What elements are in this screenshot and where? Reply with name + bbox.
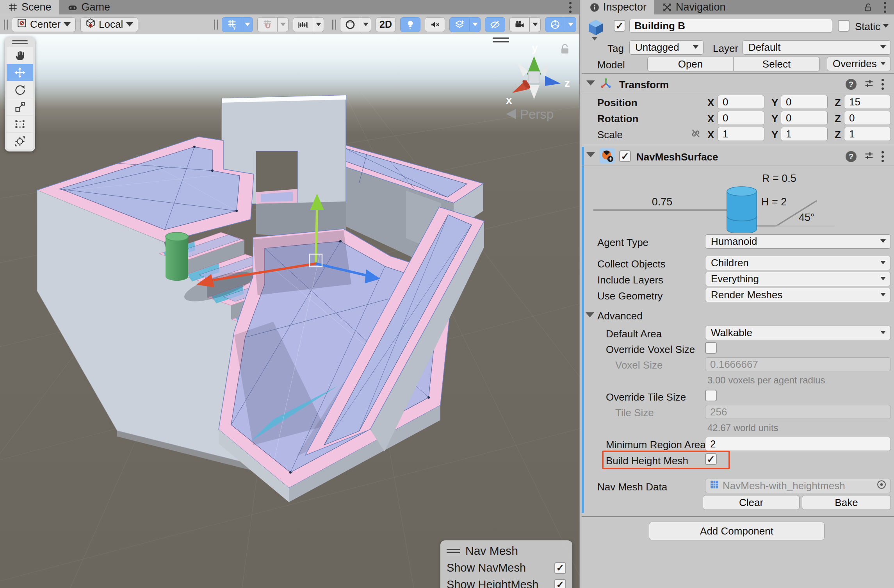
scene-tab-menu-icon[interactable] <box>569 0 572 14</box>
audio-toggle-button[interactable] <box>425 17 445 32</box>
gameobject-active-checkbox[interactable] <box>614 20 625 32</box>
bake-button[interactable]: Bake <box>802 495 891 510</box>
show-navmesh-checkbox[interactable] <box>554 562 566 574</box>
rotation-x-field[interactable]: 0 <box>718 111 764 125</box>
measure-button[interactable] <box>293 17 313 32</box>
effects-toggle-button[interactable] <box>449 17 470 32</box>
legend-drag-handle[interactable] <box>447 549 460 553</box>
agent-type-dropdown[interactable]: Humanoid <box>705 234 891 249</box>
transform-tool-button[interactable] <box>7 133 33 150</box>
static-checkbox[interactable] <box>838 20 849 32</box>
position-x-field[interactable]: 0 <box>718 95 764 109</box>
tools-overlay-handle[interactable] <box>7 39 33 45</box>
tag-dropdown[interactable]: Untagged <box>629 40 703 55</box>
rotation-z-field[interactable]: 0 <box>844 111 891 125</box>
effects-dropdown[interactable] <box>470 17 481 32</box>
navmesh-legend-overlay: Nav Mesh Show NavMesh Show HeightMesh <box>440 540 572 588</box>
model-select-button[interactable]: Select <box>734 57 820 71</box>
include-layers-dropdown[interactable]: Everything <box>705 272 891 286</box>
view-tool-button[interactable] <box>7 47 33 64</box>
advanced-foldout[interactable] <box>586 312 594 317</box>
scene-viewport[interactable]: y x z Persp <box>0 34 579 588</box>
measure-options-dropdown[interactable] <box>313 17 324 32</box>
default-area-label: Default Area <box>606 328 662 340</box>
model-open-button[interactable]: Open <box>647 57 734 71</box>
prefab-icon[interactable] <box>586 18 605 39</box>
navmesh-menu-icon[interactable] <box>882 151 885 162</box>
scale-tool-button[interactable] <box>7 98 33 115</box>
show-heightmesh-checkbox[interactable] <box>554 579 566 588</box>
persp-label: Persp <box>520 107 554 121</box>
collect-objects-dropdown[interactable]: Children <box>705 256 891 270</box>
rotate-icon <box>14 84 26 96</box>
position-z-field[interactable]: 15 <box>844 95 891 109</box>
clear-button[interactable]: Clear <box>703 495 800 510</box>
toolbar-drag-handle[interactable] <box>3 20 9 30</box>
gamepad-icon <box>67 2 78 13</box>
rotate-tool-button[interactable] <box>7 81 33 98</box>
tab-game[interactable]: Game <box>59 0 118 14</box>
override-tile-checkbox[interactable] <box>705 390 717 401</box>
tools-overlay <box>5 37 35 151</box>
static-dropdown-caret[interactable] <box>883 24 889 28</box>
pivot-mode-dropdown[interactable]: Center <box>12 17 76 32</box>
scale-z-field[interactable]: 1 <box>844 127 891 141</box>
orientation-dropdown[interactable]: Local <box>80 17 138 32</box>
scale-label: Scale <box>597 129 623 141</box>
tag-label: Tag <box>607 43 624 55</box>
object-picker-icon[interactable] <box>876 479 887 492</box>
draw-mode-button[interactable] <box>340 17 360 32</box>
navmesh-enabled-checkbox[interactable] <box>619 150 631 162</box>
scale-y-field[interactable]: 1 <box>781 127 828 141</box>
scale-link-icon[interactable] <box>690 128 701 141</box>
orientation-label: Local <box>99 18 123 30</box>
gameobject-name-field[interactable]: Building B <box>629 19 832 33</box>
navmesh-foldout[interactable] <box>586 152 595 157</box>
navmesh-presets-icon[interactable] <box>864 150 874 163</box>
transform-foldout[interactable] <box>586 80 595 86</box>
toolbar-drag-handle-2[interactable] <box>213 20 219 30</box>
camera-dropdown[interactable] <box>530 17 541 32</box>
rect-tool-button[interactable] <box>7 116 33 132</box>
tile-helper-text: 42.67 world units <box>707 422 778 433</box>
default-area-dropdown[interactable]: Walkable <box>705 326 891 340</box>
tab-inspector[interactable]: Inspector <box>582 0 654 14</box>
transform-menu-icon[interactable] <box>882 79 885 90</box>
rotation-y-field[interactable]: 0 <box>781 111 828 125</box>
use-geometry-dropdown[interactable]: Render Meshes <box>705 288 891 302</box>
snap-options-dropdown[interactable] <box>278 17 289 32</box>
inspector-menu-icon[interactable] <box>884 0 887 14</box>
override-voxel-checkbox[interactable] <box>705 342 717 354</box>
transform-presets-icon[interactable] <box>864 78 874 91</box>
navmesh-help-icon[interactable]: ? <box>846 151 857 162</box>
nav-mesh-data-field[interactable]: NavMesh-with_heightmesh <box>705 479 891 493</box>
inspector-lock-icon[interactable] <box>863 0 873 14</box>
gizmos-toggle-button[interactable] <box>545 17 565 32</box>
add-component-button[interactable]: Add Component <box>649 522 825 540</box>
build-height-checkbox[interactable] <box>705 453 717 465</box>
move-tool-button[interactable] <box>7 64 33 81</box>
grid-options-dropdown[interactable] <box>242 17 253 32</box>
min-region-field[interactable]: 2 <box>705 437 891 451</box>
transform-help-icon[interactable]: ? <box>846 79 857 90</box>
scene-visibility-button[interactable] <box>485 17 505 32</box>
prefab-expand-caret[interactable] <box>592 37 597 41</box>
rotation-x-label: X <box>707 113 714 125</box>
tab-scene[interactable]: Scene <box>0 0 59 14</box>
agent-type-label: Agent Type <box>597 237 648 249</box>
scale-x-field[interactable]: 1 <box>718 127 764 141</box>
position-y-field[interactable]: 0 <box>781 95 828 109</box>
include-layers-label: Include Layers <box>597 274 663 286</box>
camera-button[interactable] <box>509 17 530 32</box>
tab-navigation[interactable]: Navigation <box>654 0 734 14</box>
overrides-dropdown[interactable]: Overrides <box>827 57 891 71</box>
gizmos-dropdown[interactable] <box>565 17 576 32</box>
2d-toggle-button[interactable]: 2D <box>376 17 396 32</box>
draw-mode-dropdown[interactable] <box>360 17 371 32</box>
grid-visibility-button[interactable]: Y <box>222 17 242 32</box>
snap-button[interactable] <box>257 17 278 32</box>
scene-pane: Scene Game Center <box>0 0 579 588</box>
lighting-toggle-button[interactable] <box>400 17 420 32</box>
voxel-helper-text: 3.00 voxels per agent radius <box>707 375 825 386</box>
layer-dropdown[interactable]: Default <box>743 40 891 55</box>
